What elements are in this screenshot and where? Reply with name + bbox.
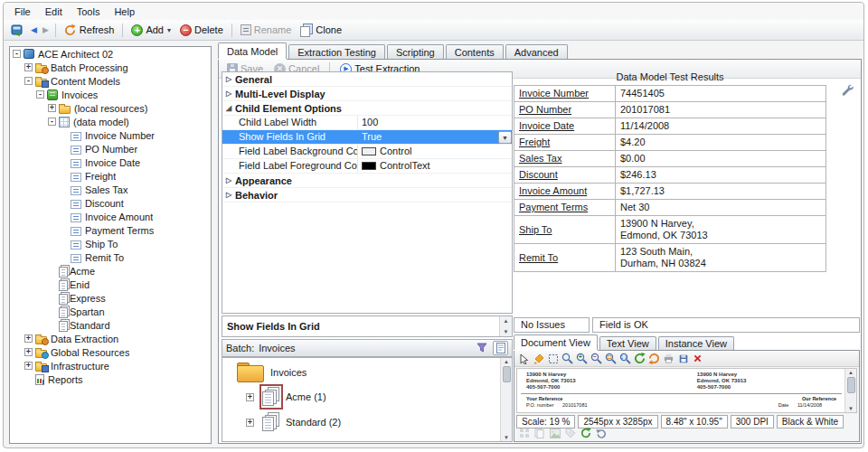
expand-box-icon[interactable]: + <box>24 348 33 356</box>
tree-item-standard[interactable]: Standard <box>10 318 211 332</box>
property-value[interactable]: 100 <box>358 116 512 129</box>
result-field-link[interactable]: Invoice Amount <box>514 184 616 200</box>
property-category-child-element-options[interactable]: ◢Child Element Options <box>222 101 512 116</box>
tree-item-sales-tax[interactable]: Sales Tax <box>10 183 211 196</box>
tree-item-spartan[interactable]: Spartan <box>10 305 211 318</box>
tree-item-invoices[interactable]: -Invoices <box>10 88 211 101</box>
scroll-down-icon[interactable]: ▼ <box>848 406 854 411</box>
scroll-thumb[interactable] <box>503 366 511 382</box>
batch-item-acme-1[interactable]: +Acme (1) <box>222 384 512 410</box>
delete-button[interactable]: − Delete <box>176 23 227 38</box>
tree-item-global-resources[interactable]: +Global Resources <box>10 345 211 359</box>
tree-item-invoice-number[interactable]: Invoice Number <box>10 128 211 142</box>
tree-item-ace-architect-02[interactable]: -ACE Architect 02 <box>10 47 211 61</box>
back-button[interactable]: ◀ <box>29 25 39 34</box>
property-category-appearance[interactable]: ▷Appearance <box>222 174 512 188</box>
filter-icon[interactable] <box>476 342 488 354</box>
export-save-icon[interactable] <box>677 353 689 364</box>
tree-item-payment-terms[interactable]: Payment Terms <box>10 223 211 237</box>
tab-extraction-testing[interactable]: Extraction Testing <box>288 44 385 59</box>
collapse-box-icon[interactable]: - <box>48 118 56 126</box>
close-view-icon[interactable] <box>692 353 703 364</box>
zoom-out-icon[interactable]: − <box>590 353 602 364</box>
tree-item-infrastructure[interactable]: +Infrastructure <box>10 359 211 372</box>
result-field-link[interactable]: Remit To <box>514 244 616 272</box>
tree-item-invoice-date[interactable]: Invoice Date <box>10 155 211 169</box>
tab-advanced[interactable]: Advanced <box>505 44 568 59</box>
property-value[interactable]: ControlText <box>358 159 512 173</box>
tree-item-discount[interactable]: Discount <box>10 196 211 210</box>
property-value[interactable]: Control <box>358 145 512 158</box>
menu-item-file[interactable]: File <box>7 5 38 19</box>
document-preview[interactable]: 13900 N Harvey Edmond, OK 73013 405-507-… <box>516 368 857 413</box>
expand-box-icon[interactable]: + <box>24 334 33 343</box>
expand-box-icon[interactable]: + <box>246 419 254 427</box>
tree-item-po-number[interactable]: PO Number <box>10 142 211 155</box>
tab-contents[interactable]: Contents <box>446 44 504 59</box>
collapse-box-icon[interactable]: - <box>13 50 21 58</box>
refresh-view-icon[interactable] <box>634 353 646 364</box>
preview-scrollbar[interactable]: ▲ ▼ <box>844 369 856 412</box>
property-child-label-width[interactable]: Child Label Width100 <box>222 116 512 130</box>
select-region-icon[interactable] <box>547 353 559 364</box>
batch-item-standard-2[interactable]: +Standard (2) <box>222 410 512 435</box>
property-category-multi-level-display[interactable]: ▷Multi-Level Display <box>222 87 512 101</box>
tab-scripting[interactable]: Scripting <box>387 44 444 59</box>
result-field-link[interactable]: Invoice Date <box>514 118 616 135</box>
property-category-general[interactable]: ▷General <box>222 72 512 87</box>
zoom-region-icon[interactable] <box>605 353 617 364</box>
collapse-box-icon[interactable]: - <box>24 77 33 85</box>
tools-wrench-icon[interactable] <box>841 83 854 96</box>
refresh-button[interactable]: Refresh <box>61 22 118 38</box>
collapse-box-icon[interactable]: - <box>36 90 44 99</box>
scroll-up-icon[interactable]: ▲ <box>504 318 509 324</box>
viewer-tab-document-view[interactable]: Document View <box>514 334 598 350</box>
expand-box-icon[interactable]: + <box>24 63 33 71</box>
tab-data-model[interactable]: Data Model <box>218 42 287 59</box>
result-field-link[interactable]: Ship To <box>514 216 616 244</box>
scroll-up-icon[interactable]: ▲ <box>848 370 854 375</box>
expand-box-icon[interactable]: + <box>24 362 33 370</box>
viewer-tab-text-view[interactable]: Text View <box>599 336 656 350</box>
batch-value[interactable]: Invoices <box>259 343 471 353</box>
tree-item-data-extraction[interactable]: +Data Extraction <box>10 332 211 345</box>
property-field-label-background-color[interactable]: Field Label Background ColorControl <box>222 145 512 159</box>
result-field-link[interactable]: Invoice Number <box>514 86 616 102</box>
tree-item-remit-to[interactable]: Remit To <box>10 250 211 264</box>
scroll-down-icon[interactable]: ▼ <box>504 435 509 440</box>
batch-document-button[interactable] <box>493 341 508 355</box>
description-scrollbar[interactable]: ▲ ▼ <box>499 316 512 336</box>
pages-icon[interactable] <box>533 428 545 439</box>
expand-box-icon[interactable]: + <box>246 393 254 401</box>
thumbnails-icon[interactable] <box>518 428 530 439</box>
property-category-behavior[interactable]: ▷Behavior <box>222 188 512 202</box>
add-dropdown-icon[interactable]: ▾ <box>167 26 171 34</box>
result-field-link[interactable]: Discount <box>514 167 616 184</box>
batch-tree-scrollbar[interactable]: ▲ ▼ <box>500 358 512 441</box>
property-show-fields-in-grid[interactable]: Show Fields In GridTrue▼ <box>222 130 512 145</box>
pointer-icon[interactable] <box>518 353 530 364</box>
viewer-tab-instance-view[interactable]: Instance View <box>658 336 734 350</box>
property-field-label-foreground-color[interactable]: Field Label Foreground ColorControlText <box>222 159 512 174</box>
tree-item-freight[interactable]: Freight <box>10 169 211 183</box>
clone-button[interactable]: Clone <box>297 22 345 39</box>
tree-item-data-model[interactable]: -(data model) <box>10 115 211 128</box>
expand-box-icon[interactable]: + <box>48 104 56 112</box>
rotate-icon[interactable] <box>648 353 660 364</box>
tree-item-invoice-amount[interactable]: Invoice Amount <box>10 210 211 223</box>
menu-item-edit[interactable]: Edit <box>38 5 70 19</box>
result-field-link[interactable]: Freight <box>514 135 616 151</box>
tree-item-batch-processing[interactable]: +Batch Processing <box>10 61 211 74</box>
scroll-thumb[interactable] <box>847 377 855 393</box>
rename-button[interactable]: Rename <box>237 23 296 37</box>
tree-item-enid[interactable]: Enid <box>10 278 211 291</box>
result-field-link[interactable]: Sales Tax <box>514 151 616 167</box>
tree-item-local-resources[interactable]: +(local resources) <box>10 101 211 115</box>
tree-item-ship-to[interactable]: Ship To <box>10 237 211 250</box>
tree-item-reports[interactable]: Reports <box>10 372 211 386</box>
tree-item-express[interactable]: Express <box>10 291 211 305</box>
forward-button[interactable]: ▶ <box>41 25 51 34</box>
connect-button[interactable] <box>7 22 27 38</box>
image-icon[interactable] <box>549 428 561 439</box>
tree-item-content-models[interactable]: -Content Models <box>10 74 211 88</box>
